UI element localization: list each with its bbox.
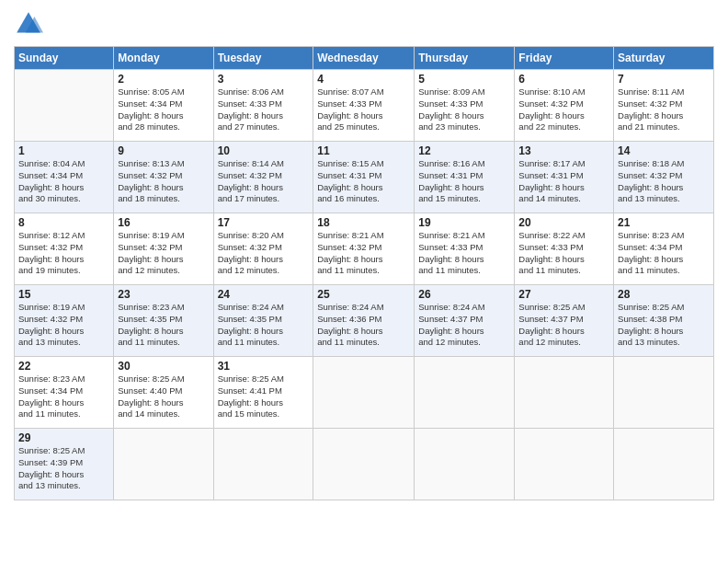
calendar-row-5: 29Sunrise: 8:25 AM Sunset: 4:39 PM Dayli… bbox=[15, 429, 714, 500]
day-number: 28 bbox=[618, 288, 710, 301]
page: SundayMondayTuesdayWednesdayThursdayFrid… bbox=[0, 0, 728, 563]
calendar-cell bbox=[15, 70, 114, 142]
calendar-cell: 31Sunrise: 8:25 AM Sunset: 4:41 PM Dayli… bbox=[213, 357, 313, 429]
calendar-cell: 18Sunrise: 8:21 AM Sunset: 4:32 PM Dayli… bbox=[313, 213, 415, 285]
day-info: Sunrise: 8:13 AM Sunset: 4:32 PM Dayligh… bbox=[118, 158, 209, 205]
day-number: 10 bbox=[218, 144, 310, 157]
day-info: Sunrise: 8:23 AM Sunset: 4:35 PM Dayligh… bbox=[118, 302, 209, 349]
day-number: 25 bbox=[317, 288, 410, 301]
day-number: 23 bbox=[118, 288, 209, 301]
calendar-cell: 24Sunrise: 8:24 AM Sunset: 4:35 PM Dayli… bbox=[213, 285, 313, 357]
day-number: 26 bbox=[418, 288, 510, 301]
day-info: Sunrise: 8:20 AM Sunset: 4:32 PM Dayligh… bbox=[218, 230, 310, 277]
day-number: 11 bbox=[317, 144, 410, 157]
day-info: Sunrise: 8:06 AM Sunset: 4:33 PM Dayligh… bbox=[218, 86, 310, 133]
day-number: 19 bbox=[418, 216, 510, 229]
day-info: Sunrise: 8:21 AM Sunset: 4:33 PM Dayligh… bbox=[418, 230, 510, 277]
calendar-cell: 6Sunrise: 8:10 AM Sunset: 4:32 PM Daylig… bbox=[515, 70, 614, 142]
calendar-cell: 5Sunrise: 8:09 AM Sunset: 4:33 PM Daylig… bbox=[415, 70, 515, 142]
calendar-cell bbox=[313, 357, 415, 429]
day-info: Sunrise: 8:25 AM Sunset: 4:37 PM Dayligh… bbox=[518, 302, 609, 349]
calendar-cell bbox=[213, 429, 313, 500]
calendar-cell: 13Sunrise: 8:17 AM Sunset: 4:31 PM Dayli… bbox=[515, 142, 614, 213]
calendar-row-3: 15Sunrise: 8:19 AM Sunset: 4:32 PM Dayli… bbox=[15, 285, 714, 357]
calendar-cell: 19Sunrise: 8:21 AM Sunset: 4:33 PM Dayli… bbox=[415, 213, 515, 285]
calendar-cell: 3Sunrise: 8:06 AM Sunset: 4:33 PM Daylig… bbox=[213, 70, 313, 142]
day-number: 24 bbox=[218, 288, 310, 301]
calendar-cell: 22Sunrise: 8:23 AM Sunset: 4:34 PM Dayli… bbox=[15, 357, 114, 429]
day-info: Sunrise: 8:25 AM Sunset: 4:41 PM Dayligh… bbox=[218, 373, 310, 420]
day-number: 2 bbox=[118, 73, 209, 86]
day-info: Sunrise: 8:24 AM Sunset: 4:37 PM Dayligh… bbox=[418, 302, 510, 349]
calendar-row-4: 22Sunrise: 8:23 AM Sunset: 4:34 PM Dayli… bbox=[15, 357, 714, 429]
day-number: 15 bbox=[18, 288, 109, 301]
day-info: Sunrise: 8:14 AM Sunset: 4:32 PM Dayligh… bbox=[218, 158, 310, 205]
day-number: 22 bbox=[18, 360, 109, 373]
day-number: 29 bbox=[18, 431, 109, 444]
calendar-cell bbox=[515, 429, 614, 500]
day-number: 13 bbox=[518, 144, 609, 157]
calendar-cell bbox=[415, 429, 515, 500]
day-info: Sunrise: 8:25 AM Sunset: 4:40 PM Dayligh… bbox=[118, 373, 209, 420]
day-info: Sunrise: 8:12 AM Sunset: 4:32 PM Dayligh… bbox=[18, 230, 109, 277]
calendar-cell: 12Sunrise: 8:16 AM Sunset: 4:31 PM Dayli… bbox=[415, 142, 515, 213]
day-info: Sunrise: 8:25 AM Sunset: 4:38 PM Dayligh… bbox=[618, 302, 710, 349]
day-info: Sunrise: 8:07 AM Sunset: 4:33 PM Dayligh… bbox=[317, 86, 410, 133]
col-header-thursday: Thursday bbox=[415, 47, 515, 70]
calendar-cell: 30Sunrise: 8:25 AM Sunset: 4:40 PM Dayli… bbox=[114, 357, 213, 429]
day-info: Sunrise: 8:04 AM Sunset: 4:34 PM Dayligh… bbox=[18, 158, 109, 205]
day-number: 9 bbox=[118, 144, 209, 157]
col-header-sunday: Sunday bbox=[15, 47, 114, 70]
calendar-cell: 15Sunrise: 8:19 AM Sunset: 4:32 PM Dayli… bbox=[15, 285, 114, 357]
day-info: Sunrise: 8:10 AM Sunset: 4:32 PM Dayligh… bbox=[518, 86, 609, 133]
day-info: Sunrise: 8:21 AM Sunset: 4:32 PM Dayligh… bbox=[317, 230, 410, 277]
day-number: 21 bbox=[618, 216, 710, 229]
calendar-row-2: 8Sunrise: 8:12 AM Sunset: 4:32 PM Daylig… bbox=[15, 213, 714, 285]
day-info: Sunrise: 8:22 AM Sunset: 4:33 PM Dayligh… bbox=[518, 230, 609, 277]
calendar-cell: 16Sunrise: 8:19 AM Sunset: 4:32 PM Dayli… bbox=[114, 213, 213, 285]
logo bbox=[14, 9, 47, 39]
header bbox=[14, 9, 714, 39]
day-number: 4 bbox=[317, 73, 410, 86]
calendar-header-row: SundayMondayTuesdayWednesdayThursdayFrid… bbox=[15, 47, 714, 70]
calendar-cell: 17Sunrise: 8:20 AM Sunset: 4:32 PM Dayli… bbox=[213, 213, 313, 285]
calendar-table: SundayMondayTuesdayWednesdayThursdayFrid… bbox=[14, 46, 714, 500]
day-info: Sunrise: 8:05 AM Sunset: 4:34 PM Dayligh… bbox=[118, 86, 209, 133]
calendar-cell: 1Sunrise: 8:04 AM Sunset: 4:34 PM Daylig… bbox=[15, 142, 114, 213]
day-number: 18 bbox=[317, 216, 410, 229]
day-number: 12 bbox=[418, 144, 510, 157]
day-number: 30 bbox=[118, 360, 209, 373]
day-number: 8 bbox=[18, 216, 109, 229]
day-info: Sunrise: 8:25 AM Sunset: 4:39 PM Dayligh… bbox=[18, 445, 109, 492]
day-number: 1 bbox=[18, 144, 109, 157]
calendar-cell bbox=[515, 357, 614, 429]
day-number: 31 bbox=[218, 360, 310, 373]
col-header-friday: Friday bbox=[515, 47, 614, 70]
day-number: 5 bbox=[418, 73, 510, 86]
calendar-cell: 29Sunrise: 8:25 AM Sunset: 4:39 PM Dayli… bbox=[15, 429, 114, 500]
col-header-wednesday: Wednesday bbox=[313, 47, 415, 70]
day-number: 14 bbox=[618, 144, 710, 157]
calendar-cell: 11Sunrise: 8:15 AM Sunset: 4:31 PM Dayli… bbox=[313, 142, 415, 213]
calendar-row-1: 1Sunrise: 8:04 AM Sunset: 4:34 PM Daylig… bbox=[15, 142, 714, 213]
col-header-tuesday: Tuesday bbox=[213, 47, 313, 70]
calendar-cell: 26Sunrise: 8:24 AM Sunset: 4:37 PM Dayli… bbox=[415, 285, 515, 357]
calendar-cell bbox=[313, 429, 415, 500]
day-info: Sunrise: 8:24 AM Sunset: 4:36 PM Dayligh… bbox=[317, 302, 410, 349]
day-info: Sunrise: 8:23 AM Sunset: 4:34 PM Dayligh… bbox=[618, 230, 710, 277]
day-number: 16 bbox=[118, 216, 209, 229]
calendar-cell: 28Sunrise: 8:25 AM Sunset: 4:38 PM Dayli… bbox=[614, 285, 714, 357]
day-number: 27 bbox=[518, 288, 609, 301]
day-number: 17 bbox=[218, 216, 310, 229]
calendar-cell: 20Sunrise: 8:22 AM Sunset: 4:33 PM Dayli… bbox=[515, 213, 614, 285]
logo-icon bbox=[14, 9, 43, 39]
calendar-cell: 23Sunrise: 8:23 AM Sunset: 4:35 PM Dayli… bbox=[114, 285, 213, 357]
col-header-saturday: Saturday bbox=[614, 47, 714, 70]
day-info: Sunrise: 8:15 AM Sunset: 4:31 PM Dayligh… bbox=[317, 158, 410, 205]
day-info: Sunrise: 8:23 AM Sunset: 4:34 PM Dayligh… bbox=[18, 373, 109, 420]
calendar-cell: 27Sunrise: 8:25 AM Sunset: 4:37 PM Dayli… bbox=[515, 285, 614, 357]
calendar-cell: 21Sunrise: 8:23 AM Sunset: 4:34 PM Dayli… bbox=[614, 213, 714, 285]
day-info: Sunrise: 8:19 AM Sunset: 4:32 PM Dayligh… bbox=[18, 302, 109, 349]
day-number: 20 bbox=[518, 216, 609, 229]
day-number: 3 bbox=[218, 73, 310, 86]
